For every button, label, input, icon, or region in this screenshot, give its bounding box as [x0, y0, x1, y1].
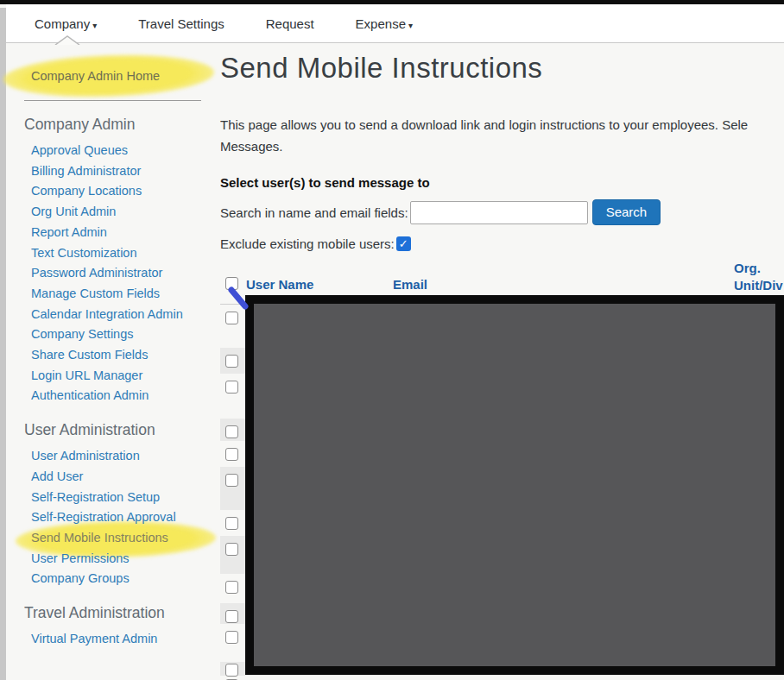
- sidebar-item-billing-administrator[interactable]: Billing Administrator: [24, 161, 210, 182]
- active-tab-notch-icon: [54, 35, 81, 45]
- column-header-user-name[interactable]: User Name: [246, 277, 313, 292]
- table-row: RICK BUSBY RICK.BUSBY@POWERHOUSENOW.COM: [220, 676, 784, 680]
- chevron-down-icon: ▾: [408, 21, 413, 30]
- search-label: Search in name and email fields:: [220, 205, 408, 220]
- search-input[interactable]: [410, 201, 588, 224]
- sidebar-item-calendar-integration-admin[interactable]: Calendar Integration Admin: [24, 305, 210, 325]
- sidebar-item-self-registration-approval[interactable]: Self-Registration Approval: [24, 507, 210, 528]
- sidebar-item-authentication-admin[interactable]: Authentication Admin: [24, 386, 210, 406]
- org-header-line1: Org.: [734, 260, 783, 277]
- row-checkbox[interactable]: [225, 581, 238, 594]
- sidebar-item-user-administration[interactable]: User Administration: [24, 446, 210, 467]
- nav-item-expense[interactable]: Expense▾: [356, 16, 413, 31]
- sidebar-item-login-url-manager[interactable]: Login URL Manager: [24, 366, 210, 387]
- row-checkbox[interactable]: [225, 312, 238, 324]
- sidebar-item-user-permissions[interactable]: User Permissions: [24, 549, 210, 570]
- search-row: Search in name and email fields: Search: [220, 199, 784, 225]
- sidebar-item-company-settings[interactable]: Company Settings: [24, 324, 210, 345]
- sidebar-item-company-groups[interactable]: Company Groups: [24, 569, 210, 589]
- nav-item-company[interactable]: Company▾: [35, 16, 97, 31]
- top-navigation: Company▾ Travel Settings Request Expense…: [6, 4, 784, 43]
- row-checkbox[interactable]: [225, 610, 238, 623]
- chevron-down-icon: ▾: [92, 21, 97, 30]
- nav-item-travel-settings[interactable]: Travel Settings: [138, 16, 224, 31]
- nav-item-request[interactable]: Request: [266, 16, 314, 31]
- sidebar-item-virtual-payment-admin[interactable]: Virtual Payment Admin: [24, 629, 210, 650]
- exclude-mobile-users-label: Exclude existing mobile users:: [220, 236, 395, 251]
- sidebar-item-add-user[interactable]: Add User: [24, 467, 210, 488]
- sidebar-section-travel-administration: Travel Administration: [24, 604, 210, 622]
- column-header-org-unit[interactable]: Org. Unit/Div: [734, 260, 783, 294]
- sidebar-item-org-unit-admin[interactable]: Org Unit Admin: [24, 202, 210, 223]
- row-checkbox[interactable]: [225, 425, 238, 438]
- search-button[interactable]: Search: [592, 199, 661, 225]
- sidebar-item-approval-queues[interactable]: Approval Queues: [24, 141, 210, 161]
- exclude-row: Exclude existing mobile users: ✓: [220, 236, 784, 251]
- sidebar-item-send-mobile-instructions[interactable]: Send Mobile Instructions: [24, 528, 210, 549]
- row-checkbox[interactable]: [225, 474, 238, 487]
- row-checkbox[interactable]: [225, 631, 238, 644]
- sidebar-item-text-customization[interactable]: Text Customization: [24, 243, 210, 264]
- sidebar-section-user-administration: User Administration: [24, 421, 210, 439]
- sidebar: Company Admin Home Company Admin Approva…: [24, 62, 210, 650]
- column-header-email[interactable]: Email: [393, 277, 427, 292]
- sidebar-item-manage-custom-fields[interactable]: Manage Custom Fields: [24, 284, 210, 305]
- redaction-box-annotation: [245, 295, 784, 675]
- select-users-label: Select user(s) to send message to: [220, 175, 784, 190]
- left-edge-strip: [0, 8, 6, 680]
- row-checkbox[interactable]: [225, 381, 238, 394]
- sidebar-item-company-admin-home[interactable]: Company Admin Home: [24, 62, 160, 88]
- sidebar-item-company-locations[interactable]: Company Locations: [24, 181, 210, 202]
- sidebar-item-self-registration-setup[interactable]: Self-Registration Setup: [24, 488, 210, 508]
- page-title: Send Mobile Instructions: [220, 52, 784, 85]
- sidebar-divider: [24, 100, 201, 101]
- exclude-mobile-users-checkbox[interactable]: ✓: [396, 236, 411, 251]
- row-checkbox[interactable]: [225, 517, 238, 530]
- row-checkbox[interactable]: [225, 355, 238, 368]
- sidebar-item-password-administrator[interactable]: Password Administrator: [24, 263, 210, 284]
- description-line: Messages.: [220, 135, 784, 157]
- page-description: This page allows you to send a download …: [220, 114, 784, 157]
- row-checkbox[interactable]: [225, 448, 238, 461]
- blue-pen-stroke-annotation: [227, 286, 251, 311]
- org-header-line2: Unit/Div: [734, 277, 783, 294]
- sidebar-section-company-admin: Company Admin: [24, 116, 210, 134]
- row-checkbox[interactable]: [225, 543, 238, 556]
- sidebar-item-share-custom-fields[interactable]: Share Custom Fields: [24, 345, 210, 366]
- description-line: This page allows you to send a download …: [220, 114, 784, 135]
- sidebar-item-report-admin[interactable]: Report Admin: [24, 223, 210, 243]
- row-checkbox[interactable]: [225, 664, 238, 677]
